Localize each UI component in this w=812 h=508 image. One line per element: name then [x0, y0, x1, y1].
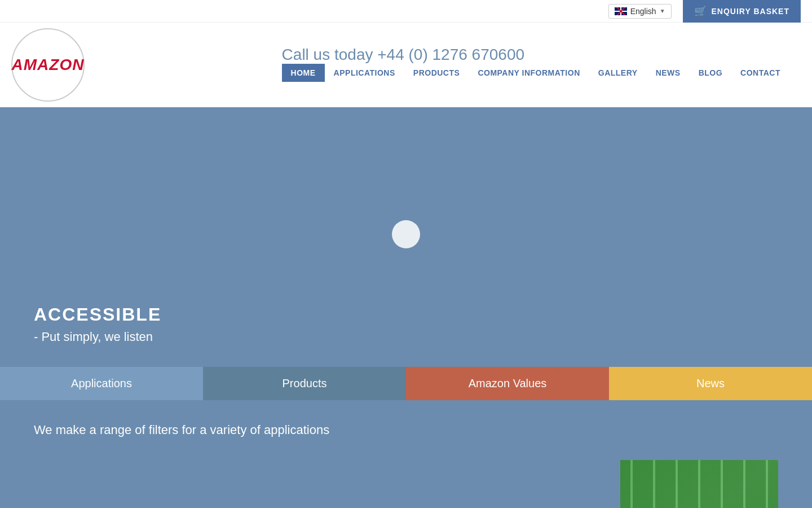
application-icons-row — [34, 460, 778, 508]
food-icon — [34, 505, 79, 508]
nav-item-contact[interactable]: CONTACT — [731, 64, 789, 82]
cart-icon: 🛒 — [694, 5, 707, 17]
enquiry-basket-label: ENQUIRY BASKET — [712, 7, 789, 16]
content-section: We make a range of filters for a variety… — [0, 400, 812, 508]
top-bar: English ▼ 🛒 ENQUIRY BASKET — [0, 0, 812, 23]
logo-text: AMAZON — [12, 56, 85, 74]
hero-subtitle: - Put simply, we listen — [34, 330, 778, 344]
nav-bar: HOME APPLICATIONS PRODUCTS COMPANY INFOR… — [282, 64, 801, 85]
nav-item-blog[interactable]: BLOG — [690, 64, 731, 82]
bottles-image — [620, 460, 778, 508]
uk-flag-icon — [615, 7, 627, 15]
nav-item-home[interactable]: HOME — [282, 64, 325, 82]
tab-applications[interactable]: Applications — [0, 367, 203, 400]
nav-item-company-information[interactable]: COMPANY INFORMATION — [469, 64, 589, 82]
industrial-icon-item — [237, 505, 282, 508]
food-beverage-icon-item — [34, 505, 79, 508]
medical-icon — [169, 505, 214, 508]
hero-title: ACCESSIBLE — [34, 304, 778, 325]
medical-icon-item — [169, 505, 214, 508]
hero-text: ACCESSIBLE - Put simply, we listen — [0, 304, 812, 344]
language-selector[interactable]: English ▼ — [608, 4, 672, 19]
application-photo — [620, 460, 778, 508]
tabs-bar: Applications Products Amazon Values News — [0, 367, 812, 400]
logo-container[interactable]: AMAZON — [11, 28, 85, 102]
hero-section: ACCESSIBLE - Put simply, we listen — [0, 107, 812, 367]
phone-number: Call us today +44 (0) 1276 670600 — [282, 46, 801, 64]
nav-item-applications[interactable]: APPLICATIONS — [325, 64, 404, 82]
content-subtitle: We make a range of filters for a variety… — [34, 423, 778, 437]
chevron-down-icon: ▼ — [660, 8, 665, 14]
nav-item-news[interactable]: NEWS — [647, 64, 690, 82]
enquiry-basket-button[interactable]: 🛒 ENQUIRY BASKET — [683, 0, 801, 23]
tab-news[interactable]: News — [609, 367, 812, 400]
nav-item-gallery[interactable]: GALLERY — [589, 64, 647, 82]
header: AMAZON Call us today +44 (0) 1276 670600… — [0, 23, 812, 107]
play-button[interactable] — [392, 220, 420, 248]
fuel-icon — [102, 505, 147, 508]
language-label: English — [630, 7, 656, 16]
fuel-icon-item — [102, 505, 147, 508]
tab-amazon-values[interactable]: Amazon Values — [406, 367, 609, 400]
tab-products[interactable]: Products — [203, 367, 406, 400]
nav-item-products[interactable]: PRODUCTS — [404, 64, 469, 82]
industrial-icon — [237, 505, 282, 508]
